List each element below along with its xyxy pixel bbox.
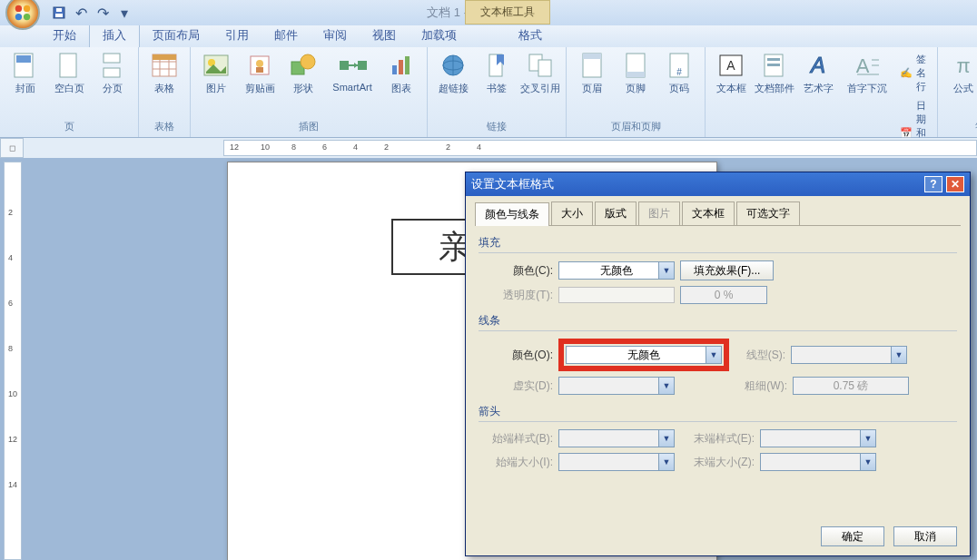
ribbon-group-links: 超链接 书签 交叉引用 链接: [428, 47, 567, 137]
pagenum-button[interactable]: #页码: [659, 51, 699, 95]
line-color-label: 颜色(O):: [479, 348, 553, 363]
textbox-icon: A: [716, 51, 745, 80]
signature-icon: ✍: [900, 66, 913, 81]
tab-addins[interactable]: 加载项: [409, 24, 469, 47]
redo-icon[interactable]: ↷: [94, 5, 111, 21]
footer-button[interactable]: 页脚: [616, 51, 656, 95]
shapes-button[interactable]: 形状: [283, 51, 323, 95]
fill-effects-button[interactable]: 填充效果(F)...: [680, 260, 774, 280]
format-textbox-dialog: 设置文本框格式 ? ✕ 颜色与线条 大小 版式 图片 文本框 可选文字 填充 颜…: [465, 172, 971, 556]
tab-mailings[interactable]: 邮件: [262, 24, 311, 47]
header-label: 页眉: [582, 82, 602, 95]
hyperlink-button[interactable]: 超链接: [433, 51, 473, 95]
equation-button[interactable]: π公式: [943, 51, 977, 95]
svg-rect-10: [104, 54, 120, 63]
highlight-annotation: 无颜色▼: [558, 339, 729, 371]
header-icon: [577, 51, 607, 80]
cancel-button[interactable]: 取消: [893, 526, 957, 546]
chart-button[interactable]: 图表: [381, 51, 421, 95]
save-icon[interactable]: [51, 5, 67, 21]
qat-dropdown-icon[interactable]: ▾: [116, 5, 133, 21]
group-links-label: 链接: [487, 118, 507, 135]
blank-page-icon: [54, 51, 84, 80]
svg-point-2: [15, 14, 22, 20]
tab-page-layout[interactable]: 页面布局: [140, 24, 212, 47]
context-tab-textbox-tools[interactable]: 文本框工具: [465, 0, 550, 25]
chevron-down-icon: ▼: [658, 262, 674, 279]
line-style-combo: ▼: [791, 346, 907, 364]
cover-page-button[interactable]: 封面: [5, 51, 45, 95]
dtab-size[interactable]: 大小: [551, 201, 593, 225]
smartart-button[interactable]: SmartArt: [327, 51, 378, 95]
ribbon-group-pages: 封面 空白页 分页 页: [0, 47, 139, 137]
line-weight-label: 粗细(W):: [736, 378, 787, 394]
clipart-button[interactable]: 剪贴画: [240, 51, 280, 95]
page-break-button[interactable]: 分页: [93, 51, 133, 95]
clipart-label: 剪贴画: [245, 82, 275, 95]
svg-point-0: [15, 5, 22, 12]
fill-color-combo[interactable]: 无颜色▼: [558, 261, 675, 280]
blank-page-label: 空白页: [54, 82, 84, 95]
dtab-layout[interactable]: 版式: [595, 201, 637, 225]
svg-rect-27: [392, 65, 397, 74]
table-button[interactable]: 表格: [144, 51, 184, 95]
dialog-footer: 确定 取消: [821, 526, 957, 546]
dtab-colors-lines[interactable]: 颜色与线条: [475, 202, 549, 226]
tab-insert[interactable]: 插入: [89, 23, 140, 47]
svg-rect-8: [16, 55, 31, 63]
svg-rect-29: [405, 56, 410, 74]
bookmark-label: 书签: [487, 82, 507, 95]
ruler-corner: ◻: [0, 138, 24, 158]
begin-size-combo: ▼: [558, 453, 675, 471]
undo-icon[interactable]: ↶: [73, 5, 89, 21]
footer-label: 页脚: [626, 82, 646, 95]
tab-view[interactable]: 视图: [360, 24, 409, 47]
shapes-label: 形状: [293, 82, 313, 95]
svg-text:A: A: [726, 58, 735, 73]
header-button[interactable]: 页眉: [572, 51, 612, 95]
line-dash-combo: ▼: [558, 377, 675, 395]
chevron-down-icon: ▼: [860, 454, 875, 470]
svg-rect-26: [358, 61, 367, 70]
dialog-help-button[interactable]: ?: [924, 176, 942, 192]
svg-point-21: [256, 60, 263, 67]
tab-format[interactable]: 格式: [506, 24, 555, 47]
dialog-titlebar[interactable]: 设置文本框格式 ? ✕: [466, 172, 970, 196]
svg-rect-25: [340, 61, 349, 70]
blank-page-button[interactable]: 空白页: [49, 51, 89, 95]
dtab-textbox[interactable]: 文本框: [682, 201, 735, 225]
line-color-combo[interactable]: 无颜色▼: [566, 346, 722, 364]
svg-rect-11: [104, 68, 120, 77]
vertical-ruler[interactable]: 2 4 6 8 10 12 14: [4, 162, 22, 560]
chevron-down-icon: ▼: [658, 454, 674, 470]
chart-icon: [387, 51, 416, 80]
arrow-section: 箭头 始端样式(B): ▼ 末端样式(E): ▼ 始端大小(I): ▼ 末端大小…: [479, 404, 957, 471]
clipart-icon: [245, 51, 274, 80]
tab-home[interactable]: 开始: [40, 24, 89, 47]
horizontal-ruler[interactable]: 12 10 8 6 4 2 2 4: [223, 140, 977, 156]
transparency-label: 透明度(T):: [479, 288, 553, 303]
chevron-down-icon: ▼: [658, 430, 674, 447]
signature-line-button[interactable]: ✍签名行: [896, 51, 932, 95]
end-style-label: 末端样式(E):: [680, 431, 755, 447]
tab-references[interactable]: 引用: [212, 24, 262, 47]
ribbon: 封面 空白页 分页 页 表格 表格 图片 剪贴画 形状 SmartArt 图表 …: [0, 47, 977, 138]
quick-access-toolbar: ↶ ↷ ▾: [51, 5, 133, 21]
group-pages-label: 页: [64, 118, 74, 135]
begin-style-label: 始端样式(B):: [479, 431, 553, 447]
svg-point-3: [24, 14, 30, 20]
svg-point-24: [301, 54, 315, 69]
dialog-close-button[interactable]: ✕: [946, 176, 964, 192]
ok-button[interactable]: 确定: [821, 526, 884, 546]
tab-review[interactable]: 审阅: [311, 24, 360, 47]
crossref-button[interactable]: 交叉引用: [520, 51, 560, 95]
dtab-alttext[interactable]: 可选文字: [736, 201, 800, 225]
begin-style-combo: ▼: [558, 429, 675, 447]
page-break-icon: [98, 51, 127, 80]
bookmark-icon: [482, 51, 511, 80]
arrow-section-label: 箭头: [479, 404, 957, 422]
bookmark-button[interactable]: 书签: [477, 51, 517, 95]
wordart-label: 艺术字: [804, 82, 834, 95]
picture-button[interactable]: 图片: [196, 51, 236, 95]
wordart-icon: A: [804, 51, 833, 80]
